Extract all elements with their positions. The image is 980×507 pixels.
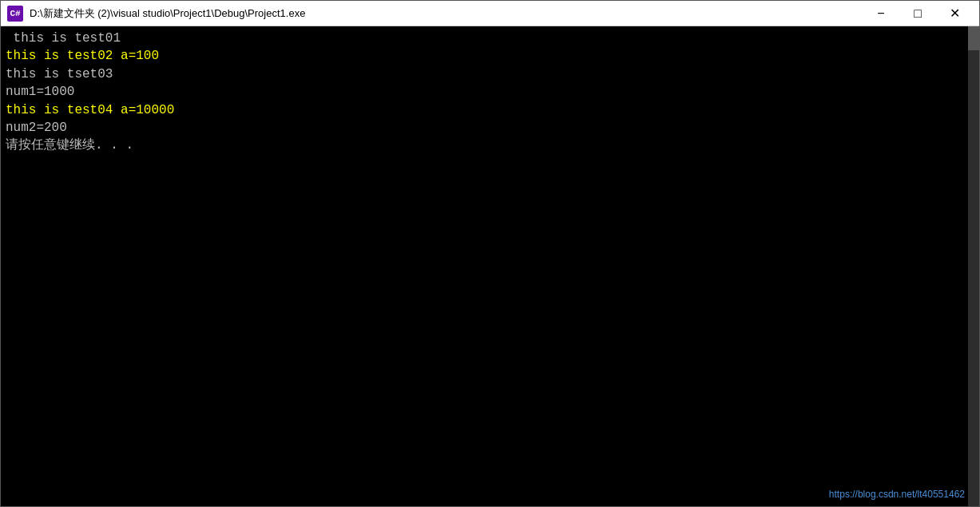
- title-bar-controls: − □ ✕: [863, 1, 973, 26]
- console-output: this is test01this is test02 a=100this i…: [6, 30, 974, 155]
- console-line: num1=1000: [6, 83, 974, 101]
- minimize-button[interactable]: −: [863, 1, 899, 26]
- console-line: num2=200: [6, 119, 974, 137]
- maximize-button[interactable]: □: [899, 1, 936, 26]
- console-area: this is test01this is test02 a=100this i…: [1, 26, 979, 506]
- watermark: https://blog.csdn.net/lt40551462: [829, 489, 965, 500]
- scrollbar[interactable]: [968, 26, 979, 506]
- console-line: 请按任意键继续. . .: [6, 137, 974, 154]
- close-button[interactable]: ✕: [936, 1, 973, 26]
- console-line: this is test01: [6, 30, 974, 47]
- title-bar-text: D:\新建文件夹 (2)\visual studio\Project1\Debu…: [30, 6, 863, 21]
- scrollbar-thumb[interactable]: [968, 26, 979, 50]
- console-line: this is tset03: [6, 65, 974, 83]
- console-line: this is test04 a=10000: [6, 101, 974, 119]
- title-bar: C# D:\新建文件夹 (2)\visual studio\Project1\D…: [1, 1, 979, 26]
- app-icon: C#: [7, 6, 23, 22]
- window: C# D:\新建文件夹 (2)\visual studio\Project1\D…: [0, 0, 980, 507]
- console-line: this is test02 a=100: [6, 47, 974, 65]
